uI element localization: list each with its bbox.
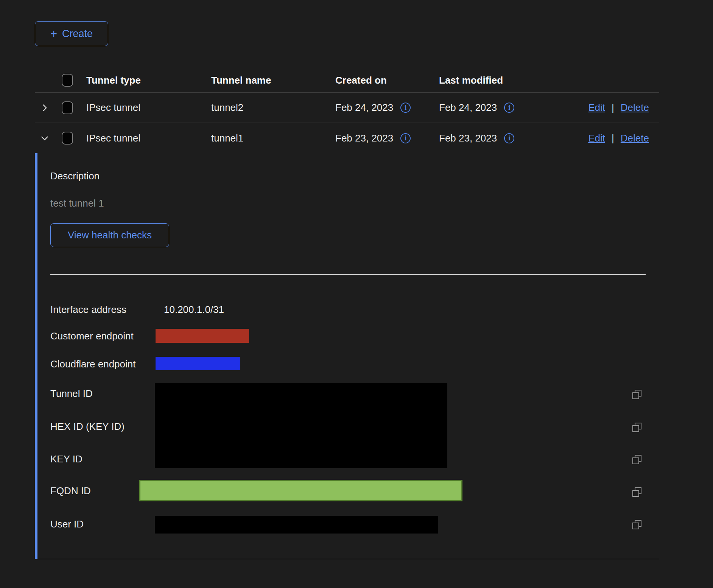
last-modified-value: Feb 23, 2023 [439,132,497,144]
table-header-row: Tunnel type Tunnel name Created on Last … [35,68,659,93]
section-divider [50,274,646,275]
header-last-modified: Last modified [439,75,556,86]
user-id-label: User ID [50,518,84,530]
header-tunnel-type: Tunnel type [86,75,211,86]
info-icon[interactable]: i [400,103,411,113]
tunnel-type-value: IPsec tunnel [86,102,211,114]
create-button[interactable]: + Create [35,21,108,46]
hex-id-label: HEX ID (KEY ID) [50,420,125,433]
chevron-right-icon[interactable] [35,103,52,113]
customer-endpoint-redaction [156,329,249,343]
interface-address-value: 10.200.1.0/31 [164,303,224,316]
actions-separator: | [612,132,614,144]
key-id-label: KEY ID [50,453,83,465]
edit-link[interactable]: Edit [588,102,605,114]
edit-link[interactable]: Edit [588,132,605,144]
fqdn-id-redaction [139,480,462,501]
created-on-value: Feb 24, 2023 [335,102,393,114]
info-icon[interactable]: i [504,103,514,113]
copy-icon[interactable] [631,389,643,400]
tunnel-name-value: tunnel1 [211,132,335,144]
actions-separator: | [612,102,614,114]
row-checkbox[interactable] [62,132,73,145]
customer-endpoint-label: Customer endpoint [50,330,134,342]
row-checkbox[interactable] [62,101,73,114]
cloudflare-endpoint-label: Cloudflare endpoint [50,358,136,370]
tunnel-detail-panel: Description test tunnel 1 View health ch… [35,153,659,559]
copy-icon[interactable] [631,454,643,465]
description-label: Description [50,170,100,182]
created-on-value: Feb 23, 2023 [335,132,393,144]
table-row: IPsec tunnel tunnel2 Feb 24, 2023 i Feb … [35,93,659,123]
delete-link[interactable]: Delete [621,132,649,144]
create-button-label: Create [62,28,93,40]
select-all-checkbox[interactable] [62,74,73,87]
delete-link[interactable]: Delete [621,102,649,114]
view-health-checks-button[interactable]: View health checks [50,223,169,247]
last-modified-value: Feb 24, 2023 [439,102,497,114]
tunnel-id-label: Tunnel ID [50,387,93,400]
copy-icon[interactable] [631,519,643,530]
ids-redaction-block [155,383,447,468]
interface-address-label: Interface address [50,303,126,316]
plus-icon: + [50,28,57,40]
description-value: test tunnel 1 [50,197,104,210]
user-id-redaction [155,516,438,534]
tunnel-name-value: tunnel2 [211,102,335,114]
copy-icon[interactable] [631,422,643,433]
info-icon[interactable]: i [400,133,411,143]
table-row: IPsec tunnel tunnel1 Feb 23, 2023 i Feb … [35,123,659,153]
info-icon[interactable]: i [504,133,514,143]
cloudflare-endpoint-redaction [156,357,240,370]
fqdn-id-label: FQDN ID [50,484,91,497]
chevron-down-icon[interactable] [35,133,52,143]
tunnels-table: Tunnel type Tunnel name Created on Last … [35,68,659,153]
copy-icon[interactable] [631,487,643,498]
header-tunnel-name: Tunnel name [211,75,335,86]
header-created-on: Created on [335,75,439,86]
tunnel-type-value: IPsec tunnel [86,132,211,144]
